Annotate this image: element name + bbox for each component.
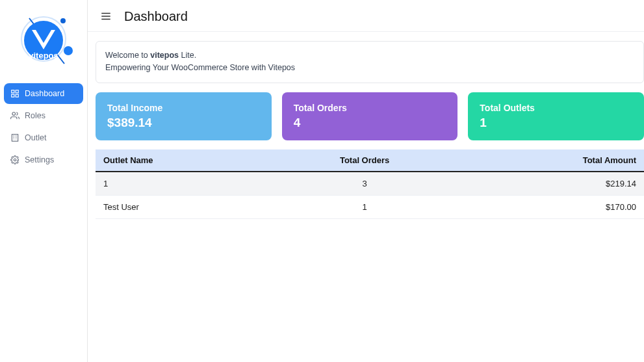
stat-label: Total Orders [294, 103, 446, 113]
stat-label: Total Income [107, 103, 260, 113]
outlets-table-wrap: Outlet Name Total Orders Total Amount 1 … [96, 149, 644, 219]
main: Dashboard Welcome to vitepos Lite. Empow… [88, 0, 644, 362]
stat-card-outlets: Total Outlets 1 [468, 92, 644, 140]
cell-outlet-name: 1 [96, 172, 275, 196]
users-icon [10, 111, 19, 120]
outlets-table: Outlet Name Total Orders Total Amount 1 … [96, 149, 644, 219]
welcome-text: Welcome to [105, 51, 150, 60]
svg-rect-11 [12, 135, 18, 142]
svg-rect-7 [16, 90, 18, 93]
brand-logo: vitepos [4, 5, 83, 79]
svg-point-18 [14, 159, 16, 161]
svg-rect-9 [12, 94, 14, 97]
sidebar-item-outlet[interactable]: Outlet [4, 127, 83, 148]
stat-label: Total Outlets [480, 103, 632, 113]
welcome-card: Welcome to vitepos Lite. Empowering Your… [96, 41, 644, 83]
svg-rect-8 [16, 94, 18, 97]
sidebar-item-settings[interactable]: Settings [4, 149, 83, 170]
cell-outlet-name: Test User [96, 195, 275, 218]
sidebar-item-dashboard[interactable]: Dashboard [4, 83, 83, 104]
welcome-text: Lite. [179, 51, 196, 60]
sidebar-item-label: Roles [25, 111, 45, 120]
col-outlet-name: Outlet Name [96, 149, 275, 172]
svg-point-1 [60, 18, 66, 23]
content: Welcome to vitepos Lite. Empowering Your… [88, 32, 644, 219]
stat-card-orders: Total Orders 4 [282, 92, 458, 140]
welcome-line-2: Empowering Your WooCommerce Store with V… [105, 62, 634, 74]
stat-card-income: Total Income $389.14 [96, 92, 272, 140]
welcome-line-1: Welcome to vitepos Lite. [105, 49, 634, 62]
sidebar-nav: Dashboard Roles Outlet Settings [4, 83, 83, 170]
sidebar-item-label: Outlet [25, 133, 46, 142]
table-row: Test User 1 $170.00 [96, 195, 644, 218]
svg-text:vitepos: vitepos [29, 51, 58, 60]
sidebar-item-roles[interactable]: Roles [4, 105, 83, 126]
page-title: Dashboard [124, 9, 188, 24]
stat-value: 4 [294, 116, 446, 130]
building-icon [10, 133, 19, 142]
menu-toggle-button[interactable] [97, 8, 115, 25]
svg-rect-6 [12, 90, 14, 93]
topbar: Dashboard [88, 0, 644, 32]
svg-point-2 [64, 46, 73, 55]
sidebar-item-label: Dashboard [25, 89, 64, 98]
table-row: 1 3 $219.14 [96, 172, 644, 196]
cell-total-orders: 1 [275, 195, 454, 218]
table-header-row: Outlet Name Total Orders Total Amount [96, 149, 644, 172]
sidebar: vitepos Dashboard Roles Outlet Setting [0, 0, 88, 362]
cell-total-amount: $170.00 [454, 195, 644, 218]
sidebar-item-label: Settings [25, 155, 54, 164]
svg-point-10 [12, 112, 16, 116]
dashboard-icon [10, 89, 19, 98]
gear-icon [10, 155, 19, 164]
col-total-amount: Total Amount [454, 149, 644, 172]
col-total-orders: Total Orders [275, 149, 454, 172]
stat-value: $389.14 [107, 116, 260, 130]
welcome-bold: vitepos [150, 51, 179, 60]
stats-row: Total Income $389.14 Total Orders 4 Tota… [96, 92, 644, 140]
cell-total-orders: 3 [275, 172, 454, 196]
stat-value: 1 [480, 116, 632, 130]
cell-total-amount: $219.14 [454, 172, 644, 196]
